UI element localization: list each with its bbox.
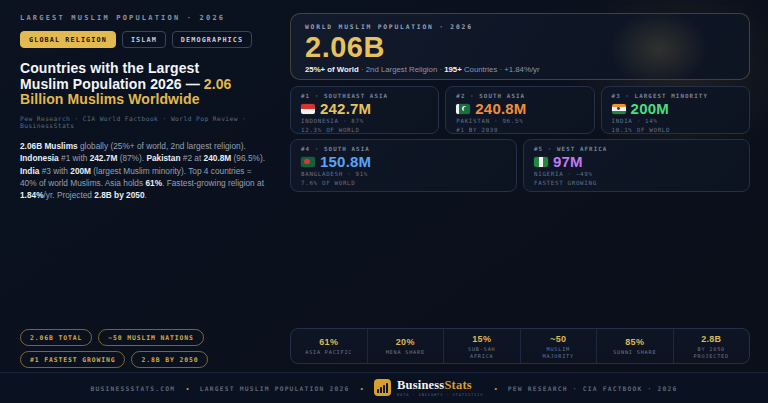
- hero-value: 2.06B: [305, 32, 735, 63]
- tag-list: GLOBAL RELIGIONISLAMDEMOGRAPHICS: [20, 31, 274, 48]
- stat-by-2050-projected: 2.8BBY 2050 PROJECTED: [674, 329, 750, 363]
- country-rank: #4 · SOUTH ASIA: [301, 146, 506, 152]
- badge-50-muslim-nations: ~50 MUSLIM NATIONS: [98, 329, 203, 346]
- badge-1-fastest-growing: #1 FASTEST GROWING: [20, 351, 125, 368]
- summary-text: 2.06B Muslims globally (25%+ of world, 2…: [20, 140, 266, 202]
- country-rank: #2 · SOUTH ASIA: [456, 93, 583, 99]
- badge-list: 2.06B TOTAL~50 MUSLIM NATIONS#1 FASTEST …: [20, 329, 270, 368]
- footer-sources: PEW RESEARCH · CIA FACTBOOK · 2026: [508, 385, 678, 392]
- brand-lockup: BusinessStats DATA · INSIGHTS · STATISTI…: [374, 379, 483, 397]
- stat-muslim-majority: ~50MUSLIM MAJORITY: [521, 329, 598, 363]
- hero-meta: 25%+ of World · 2nd Largest Religion · 1…: [305, 65, 735, 74]
- source-list: Pew Research · CIA World Factbook · Worl…: [20, 115, 274, 129]
- footer-separator-dot: •: [361, 385, 363, 392]
- stat-value: 20%: [396, 337, 415, 347]
- hero-card: WORLD MUSLIM POPULATION · 2026 2.06B 25%…: [290, 13, 750, 80]
- country-row-1: #1 · SOUTHEAST ASIA242.7MINDONESIA · 87%…: [290, 86, 750, 134]
- stat-value: 2.8B: [701, 334, 721, 344]
- footer-separator-dot: •: [186, 385, 188, 392]
- country-card-nigeria: #5 · WEST AFRICA97MNIGERIA · ~49%FASTEST…: [523, 139, 750, 192]
- stat-value: 85%: [625, 337, 644, 347]
- tag-demographics: DEMOGRAPHICS: [172, 31, 252, 48]
- country-sub: #1 BY 2030: [456, 126, 583, 134]
- tag-islam: ISLAM: [122, 31, 166, 48]
- footer-topic: LARGEST MUSLIM POPULATION 2026: [200, 385, 350, 392]
- hero-caption: WORLD MUSLIM POPULATION · 2026: [305, 23, 735, 30]
- country-value: 200M: [631, 101, 669, 116]
- brand-wordmark: BusinessStats: [397, 379, 483, 392]
- country-sub: BANGLADESH · 91%: [301, 170, 506, 178]
- stat-value: 15%: [472, 334, 491, 344]
- stat-mena-share: 20%MENA SHARE: [368, 329, 445, 363]
- stat-label: SUB-SAH AFRICA: [455, 346, 509, 360]
- indonesia-flag-icon: [301, 104, 315, 114]
- country-sub: INDIA · 14%: [612, 117, 739, 125]
- country-sub: PAKISTAN · 96.5%: [456, 117, 583, 125]
- badge-2-8b-by-2050: 2.8B BY 2050: [131, 351, 208, 368]
- footer-separator-dot: •: [494, 385, 496, 392]
- country-card-indonesia: #1 · SOUTHEAST ASIA242.7MINDONESIA · 87%…: [290, 86, 439, 134]
- bar-chart-logo-icon: [374, 379, 391, 396]
- stat-sunni-share: 85%SUNNI SHARE: [597, 329, 674, 363]
- country-card-india: #3 · LARGEST MINORITY200MINDIA · 14%10.1…: [601, 86, 750, 134]
- stat-value: 61%: [319, 337, 338, 347]
- stat-sub-sah-africa: 15%SUB-SAH AFRICA: [444, 329, 521, 363]
- nigeria-flag-icon: [534, 157, 548, 167]
- country-sub: FASTEST GROWING: [534, 179, 739, 187]
- country-rank: #5 · WEST AFRICA: [534, 146, 739, 152]
- stat-label: SUNNI SHARE: [613, 349, 656, 356]
- bangladesh-flag-icon: [301, 157, 315, 167]
- india-flag-icon: [612, 104, 626, 114]
- country-value: 240.8M: [475, 101, 526, 116]
- badge-2-06b-total: 2.06B TOTAL: [20, 329, 92, 346]
- kicker-label: LARGEST MUSLIM POPULATION · 2026: [20, 14, 274, 22]
- country-sub: 10.1% OF WORLD: [612, 126, 739, 134]
- country-row-2: #4 · SOUTH ASIA150.8MBANGLADESH · 91%7.6…: [290, 139, 750, 192]
- country-card-pakistan: #2 · SOUTH ASIA240.8MPAKISTAN · 96.5%#1 …: [445, 86, 594, 134]
- stat-label: BY 2050 PROJECTED: [684, 346, 738, 360]
- infographic-page: LARGEST MUSLIM POPULATION · 2026 GLOBAL …: [0, 0, 768, 403]
- title-main: Countries with the Largest Muslim Popula…: [20, 60, 204, 92]
- footer-bar: BUSINESSSTATS.COM • LARGEST MUSLIM POPUL…: [0, 372, 768, 403]
- stat-label: MENA SHARE: [386, 349, 425, 356]
- country-sub: INDONESIA · 87%: [301, 117, 428, 125]
- brand-tagline: DATA · INSIGHTS · STATISTICS: [397, 393, 483, 397]
- country-card-bangladesh: #4 · SOUTH ASIA150.8MBANGLADESH · 91%7.6…: [290, 139, 517, 192]
- country-value: 97M: [553, 154, 583, 169]
- country-sub: NIGERIA · ~49%: [534, 170, 739, 178]
- country-value: 242.7M: [320, 101, 371, 116]
- country-sub: 12.3% OF WORLD: [301, 126, 428, 134]
- stats-strip: 61%ASIA PACIFIC20%MENA SHARE15%SUB-SAH A…: [290, 328, 750, 364]
- tag-global-religion: GLOBAL RELIGION: [20, 31, 116, 48]
- country-rank: #3 · LARGEST MINORITY: [612, 93, 739, 99]
- country-rank: #1 · SOUTHEAST ASIA: [301, 93, 428, 99]
- footer-site-link[interactable]: BUSINESSSTATS.COM: [90, 385, 175, 392]
- stat-asia-pacific: 61%ASIA PACIFIC: [291, 329, 368, 363]
- stat-label: MUSLIM MAJORITY: [531, 346, 585, 360]
- page-title: Countries with the Largest Muslim Popula…: [20, 61, 250, 108]
- country-value: 150.8M: [320, 154, 371, 169]
- country-sub: 7.6% OF WORLD: [301, 179, 506, 187]
- stat-value: ~50: [550, 334, 566, 344]
- brand-text: BusinessStats DATA · INSIGHTS · STATISTI…: [397, 379, 483, 397]
- pakistan-flag-icon: [456, 104, 470, 114]
- stat-label: ASIA PACIFIC: [305, 349, 352, 356]
- left-panel: LARGEST MUSLIM POPULATION · 2026 GLOBAL …: [20, 14, 274, 202]
